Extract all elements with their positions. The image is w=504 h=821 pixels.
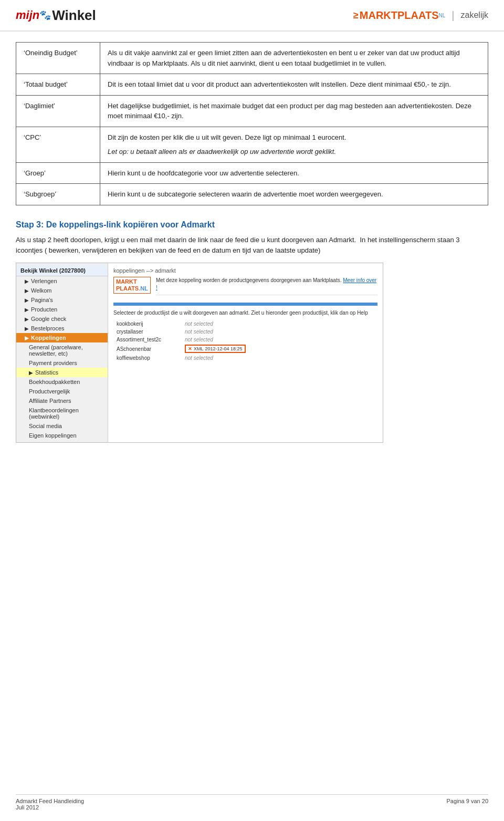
main-content: ‘Oneindig Budget’Als u dit vakje aanvink…	[0, 32, 504, 485]
markt-text: MARKTPLAATS	[360, 9, 439, 22]
ss-menu-icon: ▶	[25, 335, 29, 341]
ss-product-status: not selected	[182, 354, 377, 362]
ss-sidebar-menu-item: ▶Pagina's	[16, 295, 108, 305]
paw-icon: 🐾	[39, 9, 51, 21]
ss-sidebar-menu-item: Eigen koppelingen	[16, 431, 108, 440]
ss-product-status: ✕ XML 2012-12-04 18:25	[182, 344, 377, 354]
ss-sidebar-menu-item: Klantbeoordelingen (webwinkel)	[16, 406, 108, 421]
ss-menu: ▶Verlengen▶Welkom▶Pagina's▶Producten▶Goo…	[16, 276, 108, 440]
ss-menu-label: Klantbeoordelingen (webwinkel)	[29, 407, 103, 420]
x-icon: ✕	[188, 346, 192, 351]
ss-product-row: ASchoenenbar✕ XML 2012-12-04 18:25	[113, 344, 377, 354]
info-table: ‘Oneindig Budget’Als u dit vakje aanvink…	[16, 42, 488, 205]
table-desc-cell: Dit is een totaal limiet dat u voor dit …	[100, 74, 488, 96]
table-desc-cell: Het dagelijkse budgetlimiet, is het maxi…	[100, 95, 488, 127]
ss-product-status: not selected	[182, 328, 377, 336]
ss-menu-label: Pagina's	[31, 297, 53, 303]
ss-menu-label: General (parcelware, newsletter, etc)	[29, 344, 103, 357]
mijnwinkel-logo: mijn 🐾 Winkel	[16, 7, 96, 24]
marktplaats-logo: ≥ MARKTPLAATS NL	[353, 9, 445, 22]
ss-sidebar-menu-item: Boekhoudpakketten	[16, 377, 108, 387]
footer-title: Admarkt Feed Handleiding	[16, 798, 84, 804]
vertical-divider: |	[452, 9, 454, 22]
ss-menu-label: Producten	[31, 306, 57, 313]
ss-mp-logo-line1: MARKT	[116, 278, 148, 285]
ss-sidebar-menu-item: Affiliate Partners	[16, 396, 108, 406]
ss-product-table: kookbokerijnot selectedcrystallasernot s…	[113, 320, 377, 362]
ss-menu-label: Verlengen	[31, 278, 57, 284]
footer-date: Juli 2012	[16, 804, 84, 810]
ss-menu-icon: ▶	[25, 326, 29, 331]
ss-menu-label: Statistics	[35, 369, 58, 376]
ss-menu-label: Payment providers	[29, 360, 77, 366]
table-desc-cell: Dit zijn de kosten per klik die u uit wi…	[100, 127, 488, 162]
ss-sidebar-menu-item: ▶Producten	[16, 305, 108, 314]
section3-para1: Als u stap 2 heeft doorlopen, krijgt u e…	[16, 235, 488, 257]
ss-date-badge: ✕ XML 2012-12-04 18:25	[185, 345, 246, 353]
table-label-cell: ‘Subgroep’	[16, 184, 100, 205]
screenshot-mockup: Bekijk Winkel (2027800) ▶Verlengen▶Welko…	[16, 263, 383, 443]
table-label-cell: ‘Daglimiet’	[16, 95, 100, 127]
footer-left: Admarkt Feed Handleiding Juli 2012	[16, 798, 84, 810]
ss-menu-label: Koppelingen	[31, 335, 66, 341]
ss-sidebar-menu-item: General (parcelware, newsletter, etc)	[16, 342, 108, 358]
ss-menu-label: Google check	[31, 316, 66, 322]
ss-product-row: Assortiment_test2cnot selected	[113, 336, 377, 344]
table-desc-cell: Hierin kunt u de hoofdcategorie voor uw …	[100, 162, 488, 184]
ss-sidebar-menu-item: Social media	[16, 421, 108, 431]
ss-menu-label: Affiliate Partners	[29, 398, 71, 404]
ss-menu-label: Boekhoudpakketten	[29, 379, 80, 385]
ss-sidebar-menu-item: ▶Bestelproces	[16, 324, 108, 333]
ss-mp-logo: MARKT PLAATS.NL	[113, 277, 151, 294]
ss-menu-icon: ▶	[29, 370, 33, 376]
ss-sidebar-menu-item: ▶Verlengen	[16, 276, 108, 286]
nl-text: NL	[439, 13, 446, 18]
ss-product-name: koffiewebshop	[113, 354, 182, 362]
table-italic-note: Let op: u betaalt alleen als er daadwerk…	[108, 147, 480, 157]
table-desc-cell: Hierin kunt u de subcategorie selecteren…	[100, 184, 488, 205]
header-right: ≥ MARKTPLAATS NL | zakelijk	[353, 9, 488, 22]
table-label-cell: ‘Oneindig Budget’	[16, 43, 100, 74]
table-label-cell: ‘Groep’	[16, 162, 100, 184]
page-header: mijn 🐾 Winkel ≥ MARKTPLAATS NL | zakelij…	[0, 0, 504, 32]
table-label-cell: ‘CPC’	[16, 127, 100, 162]
ss-menu-icon: ▶	[25, 297, 29, 303]
ss-product-status: not selected	[182, 336, 377, 344]
ss-description: Met deze koppeling worden de productgege…	[156, 277, 377, 295]
ss-product-name: kookbokerij	[113, 320, 182, 328]
ss-sidebar-menu-item: Productvergelijk	[16, 387, 108, 396]
ss-sidebar-menu-item: Payment providers	[16, 358, 108, 368]
zakelijk-label: zakelijk	[461, 11, 488, 20]
ss-breadcrumb: koppelingen --> admarkt	[113, 267, 176, 274]
ss-product-row: koffiewebshopnot selected	[113, 354, 377, 362]
ss-product-name: crystallaser	[113, 328, 182, 336]
ss-sidebar-menu-item: ▶Welkom	[16, 286, 108, 295]
ss-select-text: Selecteer de productlijst die u wilt doo…	[113, 310, 377, 316]
table-label-cell: ‘Totaal budget’	[16, 74, 100, 96]
page-footer: Admarkt Feed Handleiding Juli 2012 Pagin…	[16, 794, 488, 810]
ss-menu-label: Productvergelijk	[29, 388, 70, 394]
ss-sidebar: Bekijk Winkel (2027800) ▶Verlengen▶Welko…	[16, 263, 108, 442]
footer-page: Pagina 9 van 20	[446, 798, 488, 810]
xml-icon: XML	[194, 346, 204, 351]
ss-menu-icon: ▶	[25, 307, 29, 313]
ss-blue-bar	[113, 303, 377, 306]
ss-shop-title: Bekijk Winkel (2027800)	[16, 265, 108, 276]
ss-menu-label: Eigen koppelingen	[29, 432, 77, 439]
ss-menu-icon: ▶	[25, 278, 29, 284]
table-desc-cell: Als u dit vakje aanvinkt zal er geen lim…	[100, 43, 488, 74]
mijn-text: mijn	[16, 8, 39, 22]
ss-product-status: not selected	[182, 320, 377, 328]
ss-product-row: crystallasernot selected	[113, 328, 377, 336]
ss-product-name: Assortiment_test2c	[113, 336, 182, 344]
ss-menu-label: Social media	[29, 423, 62, 429]
section3-heading: Stap 3: De koppelings-link kopiëren voor…	[16, 220, 488, 230]
arrow-icon: ≥	[353, 10, 359, 21]
ss-mp-logo-line2: PLAATS.NL	[116, 285, 148, 292]
ss-menu-icon: ▶	[25, 316, 29, 322]
ss-sidebar-menu-item[interactable]: ▶Koppelingen	[16, 333, 108, 342]
ss-product-row: kookbokerijnot selected	[113, 320, 377, 328]
ss-sidebar-menu-item: ▶Google check	[16, 314, 108, 324]
ss-menu-icon: ▶	[25, 288, 29, 294]
ss-koppelingen-header: koppelingen --> admarkt	[113, 267, 377, 274]
